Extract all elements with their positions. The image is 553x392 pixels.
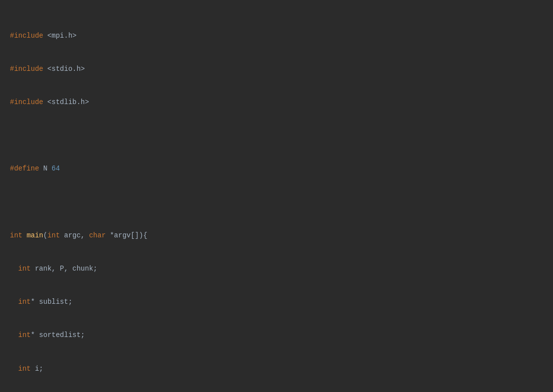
line-10: int* sortedlist;	[10, 330, 543, 340]
line-8: int rank, P, chunk;	[10, 263, 543, 274]
line-4	[10, 130, 543, 141]
line-3: #include <stdlib.h>	[10, 97, 543, 108]
line-2: #include <stdio.h>	[10, 63, 543, 74]
line-6	[10, 197, 543, 208]
line-1: #include <mpi.h>	[10, 30, 543, 41]
line-11: int i;	[10, 363, 543, 374]
line-5: #define N 64	[10, 163, 543, 174]
line-7: int main(int argc, char *argv[]){	[10, 230, 543, 241]
code-content: #include <mpi.h> #include <stdio.h> #inc…	[10, 8, 543, 392]
line-9: int* sublist;	[10, 296, 543, 307]
code-editor: #include <mpi.h> #include <stdio.h> #inc…	[0, 0, 553, 392]
